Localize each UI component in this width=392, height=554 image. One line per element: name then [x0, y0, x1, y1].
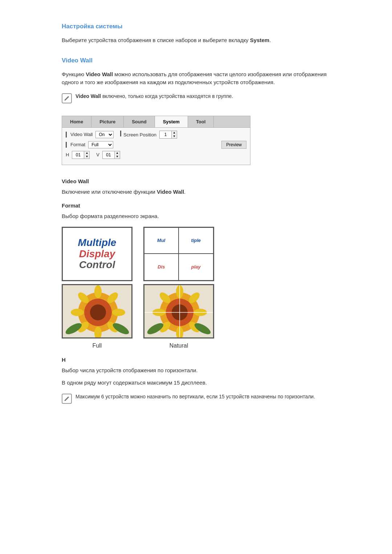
v-up[interactable]: ▲ [115, 151, 120, 155]
v-input[interactable] [103, 152, 114, 157]
svg-point-3 [90, 304, 106, 320]
h-input[interactable] [72, 152, 84, 157]
row-indicator-1 [66, 132, 67, 138]
note-text-1: Video Wall включено, только когда устрой… [75, 93, 233, 100]
note-box-1: Video Wall включено, только когда устрой… [62, 93, 330, 103]
tab-mockup: Home Picture Sound System Tool Video Wal… [62, 116, 250, 165]
h-down[interactable]: ▼ [84, 155, 89, 159]
section-title-nastroika: Настройка системы [62, 22, 330, 31]
mdc-natural-q3: Dis [144, 254, 179, 280]
screen-pos-down[interactable]: ▼ [172, 135, 177, 138]
flower-natural-box [143, 284, 214, 338]
preview-button[interactable]: Preview [221, 141, 246, 149]
sub-heading-videowall: Video Wall [62, 177, 330, 186]
tab-picture[interactable]: Picture [91, 116, 124, 128]
tab-bar: Home Picture Sound System Tool [62, 116, 250, 128]
h-label: H [66, 151, 69, 159]
format-full-label: Full [93, 341, 102, 350]
format-sub-desc: Выбор формата разделенного экрана. [62, 212, 330, 221]
note-text-2: Максимум 6 устройств можно назначить по … [75, 393, 315, 401]
screen-position-spinbox[interactable]: ▲ ▼ [159, 131, 177, 139]
section-title-videowall: Video Wall [62, 56, 330, 65]
screen-position-label: Screen Position [120, 131, 156, 139]
h-arrows: ▲ ▼ [84, 151, 89, 159]
svg-point-6 [112, 309, 125, 316]
v-spinbox[interactable]: ▲ ▼ [102, 151, 120, 159]
flower-natural-svg [144, 285, 214, 338]
videowall-sub-desc: Включение или отключение функции Video W… [62, 188, 330, 196]
v-label: V [96, 151, 99, 159]
videowall-label: Video Wall [70, 131, 93, 138]
section2-desc: Функцию Video Wall можно использовать дл… [62, 70, 330, 87]
pencil-icon-2 [64, 396, 70, 402]
tab-tool[interactable]: Tool [188, 116, 214, 128]
note-box-2: Максимум 6 устройств можно назначить по … [62, 393, 330, 404]
row-indicator-1b [120, 131, 121, 136]
format-natural-item: Mul tiple Dis play [143, 227, 214, 350]
format-label: Format [70, 141, 85, 148]
mdc-full-line3: Control [78, 259, 117, 271]
pencil-icon [64, 95, 70, 101]
tab-content-area: Video Wall On Off Screen Position ▲ ▼ [62, 128, 250, 165]
mdc-text-full: Multiple Display Control [78, 237, 117, 271]
tab-row-hv: H ▲ ▼ V ▲ ▼ [66, 151, 246, 159]
tab-system[interactable]: System [155, 116, 188, 128]
mdc-natural-line2a: Dis [158, 264, 165, 270]
format-select[interactable]: Full Natural [88, 141, 113, 148]
sub-heading-h: H [62, 356, 330, 364]
h-up[interactable]: ▲ [84, 151, 89, 155]
sub-heading-format: Format [62, 202, 330, 210]
tab-row-format: Format Full Natural Preview [66, 141, 246, 149]
mdc-natural-q1: Mul [144, 228, 179, 254]
h-desc1: Выбор числа устройств отображения по гор… [62, 366, 330, 375]
mdc-box-full: Multiple Display Control [62, 227, 132, 281]
mdc-natural-q2: tiple [179, 228, 213, 254]
format-full-item: Multiple Display Control [62, 227, 132, 350]
mdc-full-line1: Multiple [78, 237, 117, 249]
h-desc2: В одном ряду могут содержаться максимум … [62, 379, 330, 387]
videowall-select[interactable]: On Off [95, 131, 114, 138]
mdc-natural-q4: play [179, 254, 213, 280]
page-container: Настройка системы Выберите устройства от… [33, 0, 359, 431]
mdc-box-natural: Mul tiple Dis play [143, 227, 214, 281]
v-down[interactable]: ▼ [115, 155, 120, 159]
mdc-natural-line1b: tiple [191, 238, 201, 243]
format-images-section: Multiple Display Control [62, 227, 330, 350]
row-indicator-2 [66, 142, 67, 148]
mdc-natural-line1a: Mul [157, 238, 165, 243]
mdc-natural-line2b: play [191, 264, 201, 270]
section1-intro: Выберите устройства отображения в списке… [62, 36, 330, 45]
tab-sound[interactable]: Sound [124, 116, 155, 128]
tab-home[interactable]: Home [62, 116, 91, 128]
tab-row-videowall: Video Wall On Off Screen Position ▲ ▼ [66, 131, 246, 139]
screen-position-input[interactable] [160, 132, 171, 137]
note-icon-1 [62, 93, 72, 103]
flower-full-box [62, 284, 132, 338]
mdc-full-line2: Display [78, 249, 117, 260]
format-natural-label: Natural [170, 341, 188, 350]
v-arrows: ▲ ▼ [114, 151, 120, 159]
note-icon-2 [62, 394, 72, 404]
screen-position-arrows: ▲ ▼ [171, 131, 177, 138]
screen-pos-up[interactable]: ▲ [172, 131, 177, 135]
svg-point-10 [71, 309, 84, 316]
svg-point-4 [94, 285, 102, 298]
flower-full-svg [63, 285, 132, 338]
h-spinbox[interactable]: ▲ ▼ [72, 151, 90, 159]
